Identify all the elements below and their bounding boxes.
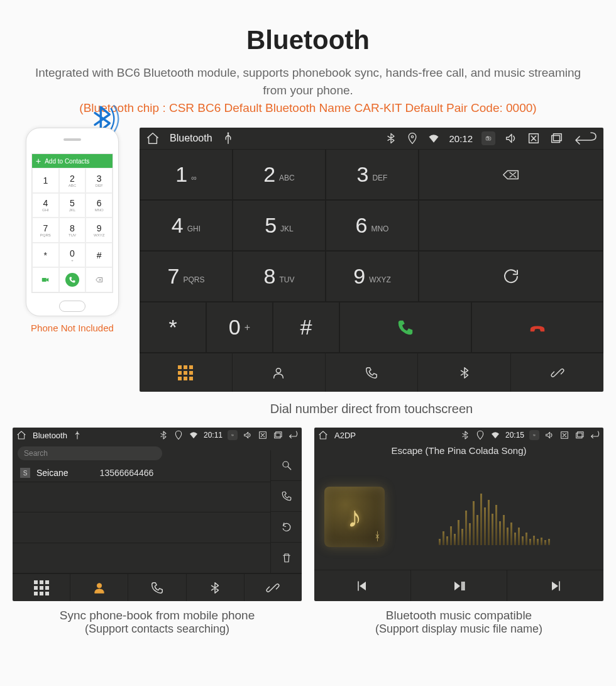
home-icon[interactable]	[16, 430, 26, 440]
svg-rect-7	[552, 136, 560, 143]
phone-appbar-label: Add to Contacts	[45, 158, 89, 165]
play-pause-button[interactable]	[410, 570, 507, 601]
dial-key-4[interactable]: 4GHI	[140, 200, 233, 251]
hangup-button[interactable]	[471, 302, 603, 353]
clock: 20:12	[449, 133, 473, 144]
search-button[interactable]	[271, 450, 302, 481]
phone-key: 8TUV	[59, 218, 86, 243]
phone-key: 9WXYZ	[85, 218, 113, 243]
music-caption: Bluetooth music compatible	[314, 609, 603, 622]
dial-key-6[interactable]: 6MNO	[326, 200, 419, 251]
volume-icon[interactable]	[544, 430, 554, 440]
phone-key: 1	[32, 168, 59, 193]
phone-key: #	[85, 243, 113, 268]
phone-key: 5JKL	[59, 193, 86, 218]
next-track-button[interactable]	[507, 570, 603, 601]
status-bar: Bluetooth 20:11	[13, 428, 302, 443]
contacts-actions	[270, 450, 302, 573]
music-note-icon: ♪	[348, 500, 362, 534]
track-title: Escape (The Pina Colada Song)	[391, 445, 526, 456]
tab-bluetooth[interactable]	[186, 574, 244, 601]
contacts-caption: Sync phone-book from mobile phone	[13, 609, 302, 622]
svg-rect-21	[578, 432, 583, 437]
phone-key: *	[32, 243, 59, 268]
tab-pair[interactable]	[244, 574, 302, 601]
phone-key: 2ABC	[59, 168, 86, 193]
dial-key-0[interactable]: 0+	[206, 302, 273, 353]
camera-icon[interactable]	[228, 430, 238, 440]
svg-point-18	[534, 435, 535, 436]
clock: 20:15	[505, 431, 524, 440]
location-icon	[406, 132, 419, 145]
call-button[interactable]	[339, 302, 471, 353]
status-bar: A2DP 20:15	[314, 428, 603, 443]
back-icon[interactable]	[288, 430, 298, 440]
svg-rect-17	[534, 434, 536, 436]
close-icon[interactable]	[559, 430, 569, 440]
blank	[419, 200, 603, 251]
bluetooth-icon	[385, 132, 397, 145]
dial-key-8[interactable]: 8TUV	[233, 251, 326, 302]
recent-apps-icon[interactable]	[575, 430, 585, 440]
contact-name: Seicane	[36, 468, 69, 478]
tab-keypad[interactable]	[13, 574, 70, 601]
wifi-icon	[427, 132, 440, 145]
contacts-panel: Bluetooth 20:11 Search	[13, 428, 302, 601]
backspace-icon	[85, 267, 113, 292]
phone-illustration: + Add to Contacts 12ABC3DEF4GHI5JKL6MNO7…	[13, 128, 132, 333]
refresh-button[interactable]	[271, 512, 302, 543]
home-icon[interactable]	[318, 430, 328, 440]
camera-icon[interactable]	[481, 131, 495, 145]
wifi-icon	[490, 430, 500, 440]
recent-apps-icon[interactable]	[549, 131, 563, 145]
dial-key-7[interactable]: 7PQRS	[140, 251, 233, 302]
svg-rect-14	[276, 432, 282, 437]
prev-track-button[interactable]	[314, 570, 410, 601]
close-icon[interactable]	[258, 430, 268, 440]
close-icon[interactable]	[527, 131, 541, 145]
dial-key-*[interactable]: *	[140, 302, 206, 353]
back-icon[interactable]	[590, 430, 600, 440]
backspace-button[interactable]	[419, 149, 603, 200]
back-icon[interactable]	[572, 131, 597, 145]
bluetooth-badge-icon: ᚼ	[374, 530, 381, 543]
tab-contacts[interactable]	[70, 574, 128, 601]
video-call-icon	[32, 267, 59, 292]
tab-contacts[interactable]	[232, 353, 325, 392]
dial-key-9[interactable]: 9WXYZ	[326, 251, 419, 302]
tab-recents[interactable]	[325, 353, 418, 392]
svg-point-9	[277, 368, 281, 372]
equalizer	[395, 489, 593, 545]
tab-bluetooth[interactable]	[417, 353, 510, 392]
call-button[interactable]	[271, 481, 302, 512]
dial-key-#[interactable]: #	[273, 302, 339, 353]
location-icon	[173, 430, 184, 440]
svg-rect-13	[275, 433, 280, 438]
recent-apps-icon[interactable]	[273, 430, 283, 440]
svg-rect-10	[232, 434, 234, 436]
panel-title: Bluetooth	[170, 133, 212, 144]
dial-key-1[interactable]: 1∞	[140, 149, 233, 200]
tab-keypad[interactable]	[140, 353, 232, 392]
svg-point-4	[488, 138, 490, 140]
svg-point-16	[97, 583, 101, 587]
volume-icon[interactable]	[504, 131, 518, 145]
search-input[interactable]: Search	[18, 446, 162, 460]
phone-key: 7PQRS	[32, 218, 59, 243]
svg-rect-22	[461, 582, 463, 590]
phone-key: 4GHI	[32, 193, 59, 218]
tab-pair[interactable]	[510, 353, 603, 392]
panel-title: Bluetooth	[33, 431, 67, 440]
home-icon[interactable]	[146, 131, 160, 145]
dial-key-2[interactable]: 2ABC	[233, 149, 326, 200]
music-sub: (Support display music file name)	[314, 622, 603, 636]
volume-icon[interactable]	[243, 430, 253, 440]
bluetooth-icon	[158, 430, 168, 440]
contact-row[interactable]: S Seicane 13566664466	[13, 464, 270, 482]
redial-button[interactable]	[419, 251, 603, 302]
tab-recents[interactable]	[128, 574, 185, 601]
dial-key-3[interactable]: 3DEF	[326, 149, 419, 200]
camera-icon[interactable]	[529, 430, 539, 440]
dial-key-5[interactable]: 5JKL	[233, 200, 326, 251]
delete-button[interactable]	[271, 543, 302, 573]
